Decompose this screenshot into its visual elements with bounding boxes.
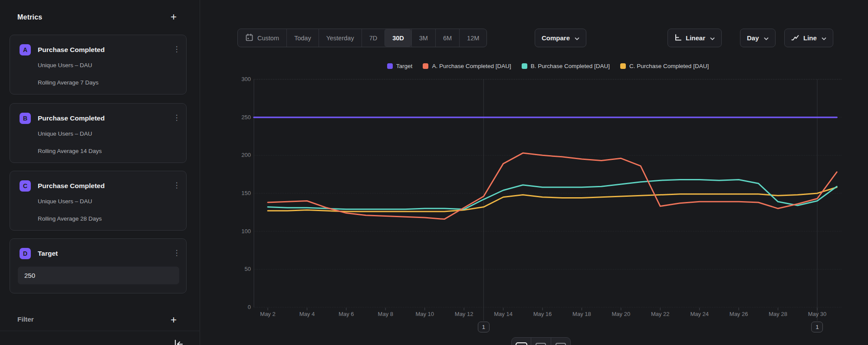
legend-label: B. Purchase Completed [DAU]	[531, 63, 610, 69]
x-axis-label: May 18	[572, 311, 591, 317]
y-axis-label: 100	[226, 228, 251, 234]
x-axis-label: May 2	[260, 311, 275, 317]
legend-swatch	[620, 63, 626, 69]
legend-swatch	[423, 63, 428, 69]
compare-button[interactable]: Compare	[535, 29, 586, 47]
legend-label: A. Purchase Completed [DAU]	[432, 63, 511, 69]
annotation-badge[interactable]: 1	[478, 322, 490, 332]
metric-title: Purchase Completed	[38, 182, 105, 190]
metric-measure: Unique Users – DAU	[38, 198, 92, 205]
line-style-icon	[516, 342, 527, 345]
annotation-badge[interactable]: 1	[811, 322, 823, 332]
chevron-down-icon	[575, 34, 579, 42]
legend-swatch	[387, 63, 393, 69]
collapse-sidebar-icon[interactable]	[173, 339, 184, 345]
x-axis-label: May 24	[690, 311, 709, 317]
chart-legend: TargetA. Purchase Completed [DAU]B. Purc…	[254, 63, 842, 69]
metric-rolling-average: Rolling Average 28 Days	[38, 215, 102, 222]
legend-label: C. Purchase Completed [DAU]	[629, 63, 709, 69]
bar-style-icon	[536, 343, 546, 345]
legend-label: Target	[396, 63, 413, 69]
x-axis-label: May 28	[769, 311, 787, 317]
metric-title: Purchase Completed	[38, 114, 105, 122]
metrics-header-title: Metrics	[17, 13, 42, 21]
range-12m[interactable]: 12M	[459, 29, 487, 47]
metric-badge-d: D	[20, 248, 31, 259]
range-today[interactable]: Today	[286, 29, 319, 47]
kebab-menu-icon[interactable]: ⋮	[172, 112, 181, 124]
legend-item-b[interactable]: B. Purchase Completed [DAU]	[522, 63, 610, 69]
metrics-sidebar: Metrics + APurchase Completed⋮Unique Use…	[0, 0, 200, 345]
x-axis-label: May 10	[415, 311, 434, 317]
metric-badge-b: B	[20, 113, 31, 124]
y-axis-label: 50	[226, 266, 251, 272]
chevron-down-icon	[710, 34, 715, 42]
metric-card-c[interactable]: CPurchase Completed⋮Unique Users – DAURo…	[10, 171, 187, 231]
x-axis-label: May 30	[808, 311, 827, 317]
interval-label: Day	[747, 34, 759, 42]
scale-label: Linear	[686, 34, 705, 42]
metric-measure: Unique Users – DAU	[38, 130, 92, 137]
add-filter-button[interactable]: +	[168, 315, 179, 325]
kebab-menu-icon[interactable]: ⋮	[172, 247, 181, 260]
y-axis-label: 150	[226, 190, 251, 196]
sidebar-divider	[0, 331, 200, 331]
date-range-segmented-control: CustomTodayYesterday7D30D3M6M12M	[237, 29, 487, 47]
scale-selector-button[interactable]: Linear	[667, 29, 722, 47]
y-axis-label: 250	[226, 114, 251, 120]
chart-style-bar-button[interactable]	[531, 338, 550, 345]
metric-measure: Unique Users – DAU	[38, 62, 92, 68]
linear-scale-icon	[674, 34, 682, 42]
range-7d[interactable]: 7D	[362, 29, 385, 47]
calendar-icon	[245, 33, 253, 43]
y-axis-label: 200	[226, 152, 251, 158]
chevron-down-icon	[764, 34, 769, 42]
y-axis-label: 300	[226, 76, 251, 82]
metric-badge-c: C	[20, 180, 31, 192]
add-metric-button[interactable]: +	[168, 12, 179, 23]
legend-swatch	[522, 63, 527, 69]
compare-label: Compare	[542, 34, 570, 42]
area-style-icon	[556, 343, 566, 345]
interval-selector-button[interactable]: Day	[740, 29, 776, 47]
metric-card-d[interactable]: DTarget⋮	[10, 238, 187, 293]
x-axis-label: May 14	[494, 311, 513, 317]
x-axis-label: May 6	[339, 311, 354, 317]
legend-item-a[interactable]: A. Purchase Completed [DAU]	[423, 63, 511, 69]
x-axis-label: May 8	[378, 311, 393, 317]
legend-item-target[interactable]: Target	[387, 63, 413, 69]
kebab-menu-icon[interactable]: ⋮	[172, 180, 181, 192]
metric-card-b[interactable]: BPurchase Completed⋮Unique Users – DAURo…	[10, 103, 187, 163]
range-30d[interactable]: 30D	[385, 29, 411, 47]
chevron-down-icon	[822, 34, 826, 42]
x-axis-label: May 26	[730, 311, 748, 317]
chart-type-label: Line	[803, 34, 817, 42]
y-axis-label: 0	[226, 304, 251, 310]
metric-rolling-average: Rolling Average 7 Days	[38, 79, 99, 86]
chart-style-toggle	[511, 337, 571, 345]
x-axis-label: May 16	[533, 311, 552, 317]
line-chart-icon	[791, 34, 799, 42]
metric-title: Target	[38, 250, 58, 257]
range-3m[interactable]: 3M	[411, 29, 435, 47]
chart-style-line-button[interactable]	[512, 338, 531, 345]
x-axis-label: May 20	[612, 311, 631, 317]
metric-title: Purchase Completed	[38, 46, 105, 54]
chart-type-selector-button[interactable]: Line	[784, 29, 833, 47]
x-axis-label: May 22	[651, 311, 670, 317]
metric-badge-a: A	[20, 44, 31, 55]
kebab-menu-icon[interactable]: ⋮	[172, 44, 181, 56]
range-6m[interactable]: 6M	[435, 29, 459, 47]
x-axis-label: May 12	[455, 311, 473, 317]
legend-item-c[interactable]: C. Purchase Completed [DAU]	[620, 63, 709, 69]
metric-card-a[interactable]: APurchase Completed⋮Unique Users – DAURo…	[10, 35, 187, 94]
filter-header-title: Filter	[17, 316, 34, 323]
range-custom[interactable]: Custom	[238, 29, 286, 47]
range-yesterday[interactable]: Yesterday	[319, 29, 362, 47]
chart-style-area-button[interactable]	[551, 338, 570, 345]
x-axis-label: May 4	[299, 311, 315, 317]
metric-rolling-average: Rolling Average 14 Days	[38, 148, 102, 154]
target-value-input[interactable]	[18, 267, 179, 284]
